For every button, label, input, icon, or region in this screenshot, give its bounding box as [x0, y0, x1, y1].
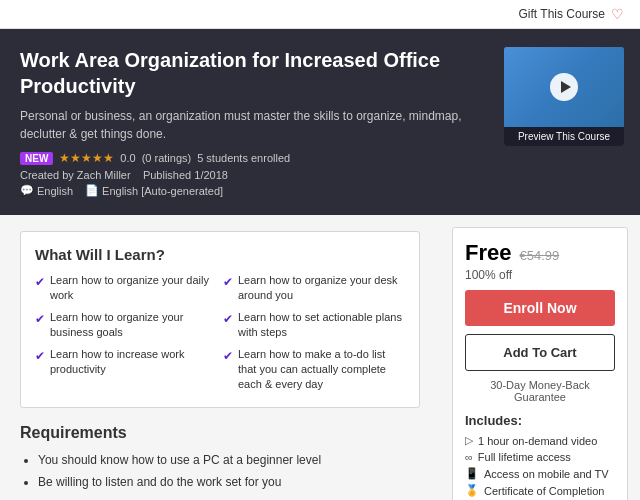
price-box: Free €54.99 100% off Enroll Now Add To C… — [452, 227, 628, 500]
captions-icon: 📄 English [Auto-generated] — [85, 184, 223, 197]
price-original: €54.99 — [519, 248, 559, 263]
add-to-cart-button[interactable]: Add To Cart — [465, 334, 615, 371]
list-item: ✔ Learn how to increase work productivit… — [35, 347, 217, 393]
list-item: ∞ Full lifetime access — [465, 451, 615, 463]
list-item: 📱 Access on mobile and TV — [465, 467, 615, 480]
list-item: ▷ 1 hour on-demand video — [465, 434, 615, 447]
course-title: Work Area Organization for Increased Off… — [20, 47, 492, 99]
top-bar: Gift This Course ♡ — [0, 0, 640, 29]
language-icon: 💬 English — [20, 184, 73, 197]
check-icon: ✔ — [35, 311, 45, 328]
new-badge: NEW — [20, 152, 53, 165]
check-icon: ✔ — [223, 311, 233, 328]
enroll-button[interactable]: Enroll Now — [465, 290, 615, 326]
list-item: ✔ Learn how to set actionable plans with… — [223, 310, 405, 341]
list-item: ✔ Learn how to organize your daily work — [35, 273, 217, 304]
list-item: ✔ Learn how to organize your desk around… — [223, 273, 405, 304]
sidebar: Free €54.99 100% off Enroll Now Add To C… — [440, 215, 640, 500]
star-rating-icon: ★★★★★ — [59, 151, 114, 165]
main-layout: What Will I Learn? ✔ Learn how to organi… — [0, 215, 640, 500]
list-item: 🏅 Certificate of Completion — [465, 484, 615, 497]
list-item: Be willing to listen and do the work set… — [38, 474, 420, 491]
thumbnail-image — [504, 47, 624, 127]
learn-grid: ✔ Learn how to organize your daily work … — [35, 273, 405, 393]
check-icon: ✔ — [35, 274, 45, 291]
course-meta: NEW ★★★★★ 0.0 (0 ratings) 5 students enr… — [20, 151, 492, 165]
learn-title: What Will I Learn? — [35, 246, 405, 263]
price-row: Free €54.99 — [465, 240, 615, 266]
price-discount: 100% off — [465, 268, 615, 282]
learn-box: What Will I Learn? ✔ Learn how to organi… — [20, 231, 420, 408]
gift-course-link[interactable]: Gift This Course — [519, 7, 605, 21]
main-content: What Will I Learn? ✔ Learn how to organi… — [0, 215, 440, 500]
requirements-section: Requirements You should know how to use … — [20, 424, 420, 491]
check-icon: ✔ — [223, 348, 233, 365]
check-icon: ✔ — [35, 348, 45, 365]
certificate-icon: 🏅 — [465, 484, 479, 497]
enrolled-count: 5 students enrolled — [197, 152, 290, 164]
guarantee-text: 30-Day Money-Back Guarantee — [465, 379, 615, 403]
mobile-icon: 📱 — [465, 467, 479, 480]
requirements-list: You should know how to use a PC at a beg… — [38, 452, 420, 491]
course-thumbnail[interactable]: Preview This Course — [504, 47, 624, 146]
course-language: 💬 English 📄 English [Auto-generated] — [20, 184, 492, 197]
course-description: Personal or business, an organization mu… — [20, 107, 492, 143]
play-button[interactable] — [550, 73, 578, 101]
play-triangle-icon — [561, 81, 571, 93]
infinity-icon: ∞ — [465, 451, 473, 463]
wishlist-icon[interactable]: ♡ — [611, 6, 624, 22]
course-author: Created by Zach Miller Published 1/2018 — [20, 169, 492, 181]
includes-title: Includes: — [465, 413, 615, 428]
hero-section: Work Area Organization for Increased Off… — [0, 29, 640, 215]
check-icon: ✔ — [223, 274, 233, 291]
list-item: ✔ Learn how to organize your business go… — [35, 310, 217, 341]
video-icon: ▷ — [465, 434, 473, 447]
requirements-title: Requirements — [20, 424, 420, 442]
list-item: You should know how to use a PC at a beg… — [38, 452, 420, 469]
list-item: ✔ Learn how to make a to-do list that yo… — [223, 347, 405, 393]
price-free: Free — [465, 240, 511, 266]
includes-list: ▷ 1 hour on-demand video ∞ Full lifetime… — [465, 434, 615, 497]
rating-count: (0 ratings) — [142, 152, 192, 164]
preview-label[interactable]: Preview This Course — [504, 127, 624, 146]
hero-content: Work Area Organization for Increased Off… — [20, 47, 492, 197]
rating-value: 0.0 — [120, 152, 135, 164]
